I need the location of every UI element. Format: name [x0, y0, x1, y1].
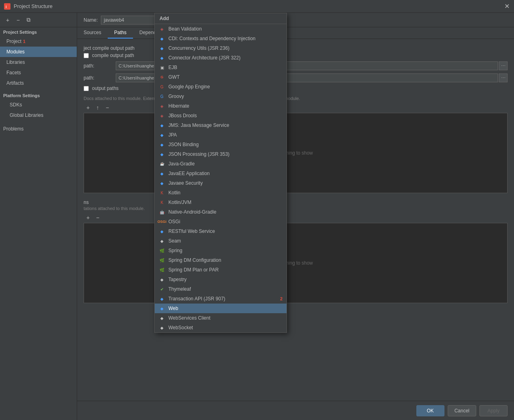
- sidebar-item-modules[interactable]: Modules: [0, 47, 77, 57]
- sidebar-toolbar: + − ⧉: [0, 13, 77, 27]
- sidebar: + − ⧉ Project Settings Project 1 Modules…: [0, 13, 77, 420]
- dropdown-item-spring-dm-config[interactable]: 🌿 Spring DM Configuration: [155, 255, 287, 265]
- annotations-remove-btn[interactable]: −: [93, 213, 102, 222]
- dropdown-item-jboss-drools[interactable]: ◈ JBoss Drools: [155, 111, 287, 120]
- annotations-add-btn[interactable]: +: [84, 213, 92, 222]
- exclude-checkbox[interactable]: [84, 86, 89, 91]
- javadoc-section: Docs attached to this module. External J…: [84, 96, 508, 193]
- groovy-icon: G: [159, 93, 165, 100]
- dropdown-label-webservices-client: WebServices Client: [168, 315, 210, 321]
- dropdown-item-web[interactable]: ◆ Web: [155, 304, 287, 313]
- ok-button[interactable]: OK: [416, 405, 444, 416]
- java-gradle-icon: ☕: [159, 161, 165, 167]
- dropdown-item-osgi[interactable]: OSGi OSGi: [155, 217, 287, 226]
- dropdown-label-javaee-security: Javaee Security: [168, 180, 203, 186]
- copy-button[interactable]: ⧉: [24, 16, 33, 24]
- kotlin-jvm-icon: K: [159, 199, 165, 206]
- dropdown-item-json-processing[interactable]: ◆ JSON Processing (JSR 353): [155, 149, 287, 159]
- dropdown-item-transaction-api[interactable]: ◆ Transaction API (JSR 907) 2: [155, 294, 287, 304]
- websocket-icon: ◆: [159, 324, 165, 331]
- cancel-button[interactable]: Cancel: [448, 405, 476, 416]
- dropdown-item-native-android[interactable]: 🤖 Native-Android-Gradle: [155, 207, 287, 217]
- dropdown-item-bean-validation[interactable]: ◈ Bean Validation: [155, 24, 287, 34]
- connector-icon: ◆: [159, 55, 165, 61]
- dropdown-item-javaee-application[interactable]: ◆ JavaEE Application: [155, 169, 287, 178]
- dropdown-label-websocket: WebSocket: [168, 325, 193, 330]
- annotations-description: tations attached to this module.: [84, 206, 508, 211]
- project-badge: 1: [23, 39, 25, 44]
- sidebar-item-project[interactable]: Project 1: [0, 36, 77, 47]
- sidebar-item-libraries[interactable]: Libraries: [0, 57, 77, 67]
- close-button[interactable]: ✕: [504, 3, 510, 10]
- javadoc-move-up-btn[interactable]: ↑: [93, 103, 102, 112]
- remove-button[interactable]: −: [14, 16, 23, 24]
- cdi-icon: ◆: [159, 35, 165, 42]
- dropdown-item-cdi[interactable]: ◆ CDI: Contexts and Dependency Injection: [155, 34, 287, 43]
- dropdown-item-spring-dm-plan[interactable]: 🌿 Spring DM Plan or PAR: [155, 265, 287, 275]
- dropdown-item-spring[interactable]: 🌿 Spring: [155, 246, 287, 255]
- inherit-checkbox[interactable]: [84, 53, 89, 58]
- google-app-engine-icon: G: [159, 84, 165, 90]
- sidebar-item-global-libraries[interactable]: Global Libraries: [0, 110, 77, 120]
- svg-text:i: i: [6, 5, 7, 9]
- dropdown-item-java-gradle[interactable]: ☕ Java-Gradle: [155, 159, 287, 169]
- dropdown-item-kotlin[interactable]: K Kotlin: [155, 188, 287, 198]
- dropdown-label-cdi: CDI: Contexts and Dependency Injection: [168, 36, 256, 41]
- javadoc-remove-btn[interactable]: −: [103, 103, 112, 112]
- dropdown-label-seam: Seam: [168, 238, 181, 244]
- javadoc-description: Docs attached to this module. External J…: [84, 96, 508, 101]
- compile-output-section: ject compile output path compile output …: [84, 45, 508, 58]
- tab-paths[interactable]: Paths: [108, 27, 133, 39]
- dropdown-item-javaee-security[interactable]: ◆ Javaee Security: [155, 178, 287, 188]
- test-path-browse-btn[interactable]: ⋯: [499, 73, 508, 82]
- dropdown-item-concurrency[interactable]: ◆ Concurrency Utils (JSR 236): [155, 43, 287, 53]
- add-button[interactable]: +: [3, 16, 12, 24]
- dropdown-item-jpa[interactable]: ◆ JPA: [155, 130, 287, 140]
- platform-settings-label: Platform Settings: [0, 88, 77, 100]
- add-dropdown-menu: Add ◈ Bean Validation ◆ CDI: Contexts an…: [154, 13, 287, 333]
- dropdown-item-json-binding[interactable]: ◆ JSON Binding: [155, 140, 287, 149]
- apply-button[interactable]: Apply: [479, 405, 508, 416]
- exclude-label: output paths: [92, 86, 119, 91]
- dropdown-label-spring-dm-config: Spring DM Configuration: [168, 257, 221, 263]
- sidebar-item-facets[interactable]: Facets: [0, 67, 77, 78]
- sidebar-item-global-libraries-label: Global Libraries: [10, 112, 43, 118]
- dropdown-item-websocket[interactable]: ◆ WebSocket: [155, 323, 287, 332]
- sidebar-item-problems[interactable]: Problems: [0, 124, 77, 134]
- dropdown-item-connector[interactable]: ◆ Connector Architecture (JSR 322): [155, 53, 287, 63]
- spring-icon: 🌿: [159, 247, 165, 254]
- dropdown-item-jms[interactable]: ◆ JMS: Java Message Service: [155, 120, 287, 130]
- dropdown-item-thymeleaf[interactable]: ✔ Thymeleaf: [155, 284, 287, 294]
- dropdown-label-restful: RESTful Web Service: [168, 228, 215, 234]
- javaee-application-icon: ◆: [159, 170, 165, 177]
- dropdown-item-restful[interactable]: ◆ RESTful Web Service: [155, 226, 287, 236]
- android-icon: 🤖: [159, 209, 165, 215]
- dropdown-item-tapestry[interactable]: ◆ Tapestry: [155, 275, 287, 284]
- tab-sources[interactable]: Sources: [77, 27, 108, 39]
- name-label: Name:: [84, 17, 98, 23]
- dropdown-label-gwt: GWT: [168, 74, 180, 80]
- sidebar-item-artifacts[interactable]: Artifacts: [0, 78, 77, 88]
- dropdown-item-gwt[interactable]: G GWT: [155, 72, 287, 82]
- output-path-label: path:: [84, 63, 116, 69]
- javadoc-toolbar: + ↑ −: [84, 103, 508, 112]
- dropdown-label-json-processing: JSON Processing (JSR 353): [168, 151, 229, 157]
- dropdown-item-google-app-engine[interactable]: G Google App Engine: [155, 82, 287, 92]
- inherit-label: compile output path: [92, 53, 134, 58]
- sidebar-item-sdks[interactable]: SDKs: [0, 100, 77, 110]
- dropdown-item-kotlin-jvm[interactable]: K Kotlin/JVM: [155, 198, 287, 207]
- dropdown-item-seam[interactable]: ◆ Seam: [155, 236, 287, 246]
- dropdown-item-groovy[interactable]: G Groovy: [155, 92, 287, 101]
- dropdown-item-hibernate[interactable]: ◈ Hibernate: [155, 101, 287, 111]
- javadoc-nothing-box: Nothing to show: [84, 113, 508, 193]
- dropdown-item-ejb[interactable]: ▣ EJB: [155, 63, 287, 72]
- dropdown-label-spring-dm-plan: Spring DM Plan or PAR: [168, 267, 219, 273]
- web-icon: ◆: [159, 305, 165, 312]
- output-path-browse-btn[interactable]: ⋯: [499, 61, 508, 70]
- dropdown-item-webservices-client[interactable]: ◆ WebServices Client: [155, 313, 287, 323]
- inherit-checkbox-row: compile output path: [84, 53, 508, 58]
- dropdown-label-java-gradle: Java-Gradle: [168, 161, 195, 167]
- javadoc-add-btn[interactable]: +: [84, 103, 92, 112]
- dropdown-label-jboss-drools: JBoss Drools: [168, 113, 197, 118]
- restful-icon: ◆: [159, 228, 165, 234]
